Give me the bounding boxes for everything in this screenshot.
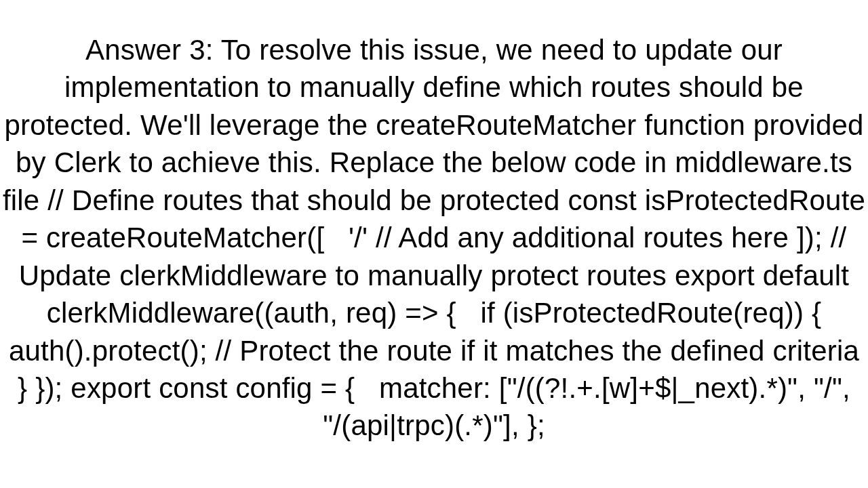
answer-text: Answer 3: To resolve this issue, we need… xyxy=(0,28,868,445)
document-content: Answer 3: To resolve this issue, we need… xyxy=(0,0,868,488)
